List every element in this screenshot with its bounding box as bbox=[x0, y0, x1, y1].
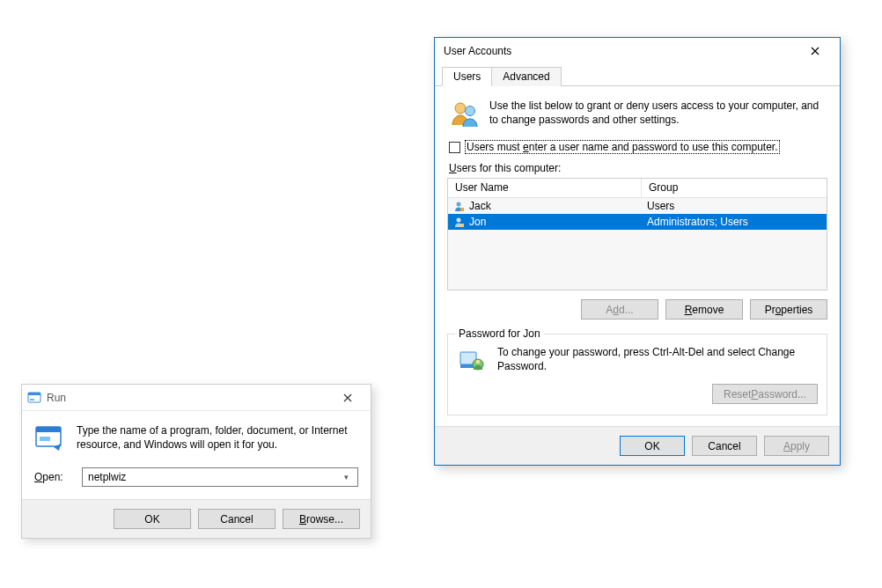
users-for-label: Users for this computer: bbox=[449, 162, 827, 174]
cell-group: Administrators; Users bbox=[642, 216, 827, 228]
user-properties-button[interactable]: Properties bbox=[750, 299, 827, 320]
ua-title: User Accounts bbox=[444, 45, 511, 57]
open-input-value: netplwiz bbox=[88, 471, 340, 483]
require-login-checkbox[interactable] bbox=[449, 142, 460, 153]
table-row[interactable]: Jon Administrators; Users bbox=[448, 214, 827, 230]
run-app-icon bbox=[27, 391, 41, 405]
user-icon bbox=[453, 201, 465, 212]
ua-bottom-buttons: OK Cancel Apply bbox=[435, 426, 840, 465]
user-list-header: User Name Group bbox=[448, 179, 827, 198]
cell-group: Users bbox=[642, 200, 827, 212]
users-icon bbox=[449, 99, 481, 130]
svg-point-5 bbox=[455, 103, 466, 114]
svg-rect-1 bbox=[28, 393, 40, 395]
require-login-row[interactable]: Users must enter a user name and passwor… bbox=[449, 141, 826, 153]
run-program-icon bbox=[34, 423, 64, 453]
ua-titlebar: User Accounts bbox=[435, 38, 840, 64]
add-user-button[interactable]: Add... bbox=[581, 299, 658, 320]
tab-users[interactable]: Users bbox=[442, 67, 492, 86]
apply-button[interactable]: Apply bbox=[764, 436, 829, 456]
svg-point-14 bbox=[476, 360, 480, 364]
password-text: To change your password, press Ctrl-Alt-… bbox=[497, 345, 818, 377]
table-row[interactable]: Jack Users bbox=[448, 198, 827, 214]
run-dialog: Run Type the name of a program, folder, … bbox=[21, 384, 371, 539]
svg-rect-8 bbox=[460, 208, 464, 211]
cell-username: Jon bbox=[469, 216, 486, 228]
run-button-row: OK Cancel Browse... bbox=[22, 499, 371, 538]
svg-point-9 bbox=[457, 217, 461, 222]
open-input[interactable]: netplwiz ▾ bbox=[82, 467, 358, 487]
user-list: User Name Group Jack Users bbox=[447, 178, 827, 290]
remove-user-button[interactable]: Remove bbox=[665, 299, 743, 320]
svg-rect-4 bbox=[40, 437, 50, 441]
user-list-buttons: Add... Remove Properties bbox=[447, 290, 827, 332]
user-icon bbox=[453, 217, 465, 228]
run-description: Type the name of a program, folder, docu… bbox=[77, 423, 358, 453]
run-body: Type the name of a program, folder, docu… bbox=[22, 411, 371, 467]
ua-content: Use the list below to grant or deny user… bbox=[435, 86, 840, 426]
reset-password-button[interactable]: Reset Password... bbox=[712, 384, 818, 404]
close-icon[interactable] bbox=[330, 386, 365, 410]
svg-rect-10 bbox=[460, 224, 464, 227]
cancel-button[interactable]: Cancel bbox=[692, 436, 757, 456]
ok-button[interactable]: OK bbox=[620, 436, 685, 456]
password-groupbox: Password for Jon To change your password… bbox=[447, 334, 827, 415]
password-legend: Password for Jon bbox=[455, 327, 544, 340]
run-title: Run bbox=[47, 392, 66, 404]
svg-rect-3 bbox=[36, 427, 61, 432]
cell-username: Jack bbox=[469, 200, 491, 212]
ua-intro-text: Use the list below to grant or deny user… bbox=[489, 99, 826, 130]
user-accounts-dialog: User Accounts Users Advanced Use the lis… bbox=[434, 37, 841, 466]
browse-button[interactable]: Browse... bbox=[283, 509, 360, 529]
run-titlebar: Run bbox=[22, 385, 371, 411]
cancel-button[interactable]: Cancel bbox=[198, 509, 276, 529]
col-group[interactable]: Group bbox=[642, 179, 827, 197]
open-label: Open: bbox=[34, 471, 82, 483]
col-username[interactable]: User Name bbox=[448, 179, 642, 197]
close-icon[interactable] bbox=[797, 39, 833, 63]
require-login-label: Users must enter a user name and passwor… bbox=[466, 141, 779, 153]
ok-button[interactable]: OK bbox=[114, 509, 191, 529]
ua-intro: Use the list below to grant or deny user… bbox=[447, 95, 827, 137]
svg-point-6 bbox=[466, 107, 475, 116]
password-icon bbox=[457, 345, 489, 377]
user-list-body: Jack Users Jon Administrators; Users bbox=[448, 198, 827, 290]
ua-tabstrip: Users Advanced bbox=[435, 66, 840, 86]
chevron-down-icon[interactable]: ▾ bbox=[340, 473, 352, 481]
run-open-row: Open: netplwiz ▾ bbox=[22, 467, 371, 499]
svg-point-7 bbox=[457, 202, 461, 206]
tab-advanced[interactable]: Advanced bbox=[491, 67, 561, 86]
